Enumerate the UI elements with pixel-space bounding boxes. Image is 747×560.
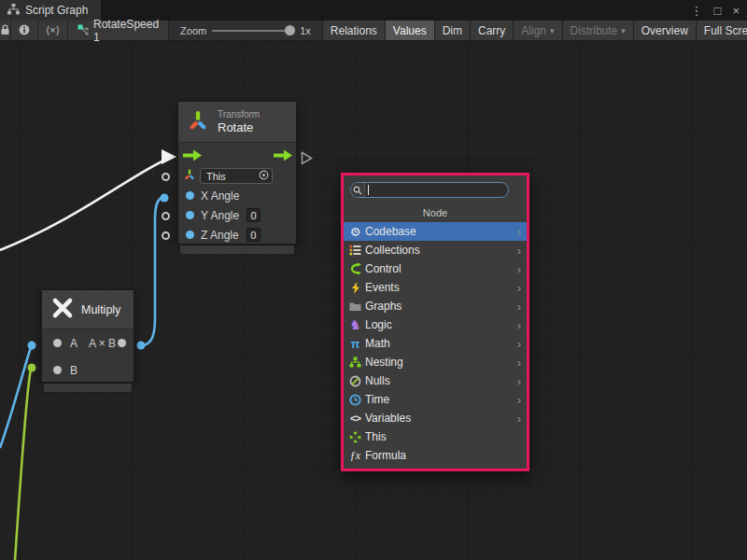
y-angle-port-row: Y Angle 0	[178, 205, 296, 225]
list-item-formula[interactable]: ƒx Formula	[344, 446, 527, 465]
values-button[interactable]: Values	[385, 21, 434, 40]
zoom-label: Zoom	[180, 25, 206, 36]
node-category: Transform	[218, 109, 260, 120]
window-menu-icon[interactable]: ⋮	[689, 5, 705, 17]
transform-rotate-node[interactable]: Transform Rotate	[177, 101, 297, 245]
x-angle-port[interactable]	[186, 191, 194, 200]
relations-button[interactable]: Relations	[322, 21, 385, 40]
node-search-popup: Node ⚙ Codebase › Collections ›	[341, 173, 529, 471]
list-item-this[interactable]: This	[344, 427, 527, 446]
transform-mini-icon	[183, 168, 196, 184]
unity-script-graph-window: Script Graph ⋮ □ × ⟨×⟩ RotateSpeed 1	[0, 0, 747, 560]
chevron-right-icon: ›	[517, 375, 521, 387]
zoom-control: Zoom 1x	[173, 21, 318, 40]
control-input-port[interactable]	[183, 149, 202, 164]
list-item-events[interactable]: Events ›	[344, 278, 527, 297]
chevron-right-icon: ›	[517, 282, 521, 294]
graph-breadcrumb[interactable]: RotateSpeed 1	[68, 21, 169, 40]
gear-icon: ⚙	[348, 225, 362, 239]
zoom-slider[interactable]	[212, 30, 294, 32]
list-item-collections[interactable]: Collections ›	[344, 241, 527, 259]
list-item-variables[interactable]: <> Variables ›	[344, 409, 527, 427]
control-output-port[interactable]	[274, 149, 292, 164]
list-item-graphs[interactable]: Graphs ›	[344, 297, 527, 315]
control-wire-arrowhead	[162, 149, 176, 164]
chevron-right-icon: ›	[517, 319, 521, 331]
list-item-nesting[interactable]: Nesting ›	[344, 353, 527, 371]
chevron-right-icon: ›	[517, 263, 521, 275]
z-angle-port-socket[interactable]	[162, 231, 170, 240]
carry-button[interactable]: Carry	[470, 21, 513, 40]
list-item-time[interactable]: Time ›	[344, 390, 527, 409]
x-angle-label: X Angle	[201, 189, 239, 203]
brackets-icon: <>	[348, 412, 362, 426]
list-item-logic[interactable]: ♞ Logic ›	[344, 315, 527, 334]
search-input[interactable]	[369, 185, 508, 196]
a-port-label: A	[70, 337, 78, 350]
lock-icon	[0, 24, 10, 37]
info-icon	[19, 24, 30, 37]
this-object-field[interactable]: This	[200, 168, 273, 184]
b-port[interactable]	[53, 366, 62, 374]
transform-node-header[interactable]: Transform Rotate	[178, 102, 296, 143]
chevron-right-icon: ›	[517, 357, 521, 369]
multiply-node-header[interactable]: Multiply	[42, 290, 134, 329]
tab-title: Script Graph	[25, 4, 88, 17]
control-output-socket[interactable]	[301, 151, 313, 169]
search-field[interactable]	[350, 182, 509, 198]
y-angle-port[interactable]	[186, 211, 194, 219]
this-icon	[348, 430, 362, 444]
inspect-button[interactable]	[11, 21, 38, 40]
code-view-button[interactable]: ⟨×⟩	[38, 21, 68, 40]
a-port[interactable]	[53, 339, 62, 347]
chevron-right-icon: ›	[517, 394, 521, 406]
list-item-nulls[interactable]: Nulls ›	[344, 371, 527, 390]
list-item-control[interactable]: Control ›	[344, 259, 527, 278]
result-port[interactable]	[118, 339, 126, 347]
list-icon	[348, 244, 362, 258]
knight-icon: ♞	[348, 318, 362, 332]
code-view-icon: ⟨×⟩	[46, 24, 60, 36]
z-angle-port-row: Z Angle 0	[178, 225, 296, 245]
y-angle-port-socket[interactable]	[162, 212, 170, 220]
list-item-math[interactable]: π Math ›	[344, 334, 527, 353]
null-icon	[348, 374, 362, 388]
transform-icon	[186, 108, 210, 136]
object-picker-icon[interactable]	[259, 170, 269, 182]
distribute-button[interactable]: Distribute ▾	[562, 21, 633, 40]
this-port-socket[interactable]	[162, 173, 170, 181]
z-angle-port[interactable]	[186, 231, 194, 239]
window-close-icon[interactable]: ×	[730, 5, 741, 17]
zoom-value: 1x	[300, 25, 311, 36]
chevron-right-icon: ›	[517, 226, 521, 238]
align-button[interactable]: Align ▾	[513, 21, 561, 40]
distribute-dropdown-icon: ▾	[621, 26, 626, 35]
dim-button[interactable]: Dim	[434, 21, 470, 40]
multiply-title: Multiply	[81, 303, 120, 316]
result-port-label: A × B	[89, 337, 116, 350]
y-angle-value-field[interactable]: 0	[247, 208, 261, 222]
a-port-row: A A × B	[42, 329, 134, 357]
pi-icon: π	[348, 337, 362, 351]
full-screen-button[interactable]: Full Screen	[696, 21, 747, 40]
tab-script-graph[interactable]: Script Graph	[0, 0, 101, 21]
chevron-right-icon: ›	[517, 338, 521, 350]
hierarchy-icon	[348, 356, 362, 370]
folder-icon	[348, 300, 362, 314]
chevron-right-icon: ›	[517, 413, 521, 425]
list-item-codebase[interactable]: ⚙ Codebase ›	[344, 222, 527, 241]
zoom-slider-handle[interactable]	[285, 25, 295, 35]
search-icon[interactable]	[351, 183, 365, 197]
x-angle-port-row: X Angle	[178, 186, 296, 205]
transform-node-footer	[180, 245, 294, 254]
z-angle-label: Z Angle	[201, 229, 239, 242]
align-dropdown-icon: ▾	[550, 26, 555, 35]
multiply-node[interactable]: Multiply A A × B B	[41, 289, 134, 383]
lock-button[interactable]	[0, 21, 11, 40]
z-angle-value-field[interactable]: 0	[247, 228, 261, 242]
graph-canvas[interactable]: Transform Rotate	[0, 41, 747, 560]
branch-icon	[348, 262, 362, 276]
window-maximize-icon[interactable]: □	[712, 5, 724, 17]
graph-tab-icon	[7, 4, 20, 18]
overview-button[interactable]: Overview	[633, 21, 696, 40]
